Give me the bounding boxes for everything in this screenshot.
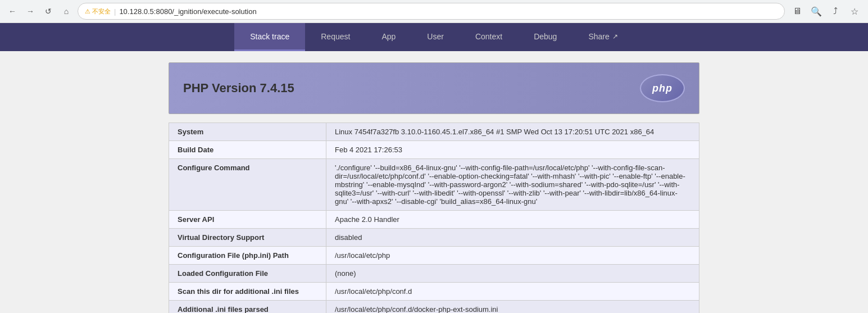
- warning-icon: ⚠: [85, 8, 90, 15]
- tab-request[interactable]: Request: [305, 23, 366, 51]
- table-row: Configuration File (php.ini) Path/usr/lo…: [169, 247, 699, 265]
- row-label: Loaded Configuration File: [169, 265, 326, 283]
- tab-app[interactable]: App: [366, 23, 411, 51]
- cast-button[interactable]: 🖥: [789, 3, 805, 19]
- table-row: Loaded Configuration File(none): [169, 265, 699, 283]
- table-row: Virtual Directory Supportdisabled: [169, 229, 699, 247]
- separator: |: [114, 7, 116, 16]
- row-value: Linux 7454f7a327fb 3.10.0-1160.45.1.el7.…: [326, 123, 699, 141]
- browser-icons: 🖥 🔍 ⤴ ☆: [789, 3, 862, 19]
- php-version-title: PHP Version 7.4.15: [183, 81, 294, 96]
- row-label: Additional .ini files parsed: [169, 301, 326, 314]
- zoom-button[interactable]: 🔍: [808, 3, 824, 19]
- table-row: Additional .ini files parsed/usr/local/e…: [169, 301, 699, 314]
- table-row: Scan this dir for additional .ini files/…: [169, 283, 699, 301]
- browser-toolbar: ← → ↺ ⌂ ⚠ 不安全 | 10.128.0.5:8080/_ignitio…: [0, 0, 868, 22]
- row-value: './configure' '--build=x86_64-linux-gnu'…: [326, 159, 699, 211]
- share-arrow-icon: ↗: [612, 33, 618, 40]
- table-row: Server APIApache 2.0 Handler: [169, 211, 699, 229]
- row-label: Configure Command: [169, 159, 326, 211]
- address-bar[interactable]: ⚠ 不安全 | 10.128.0.5:8080/_ignition/execut…: [78, 3, 785, 20]
- row-value: (none): [326, 265, 699, 283]
- tab-share[interactable]: Share ↗: [572, 23, 633, 51]
- row-value: /usr/local/etc/php/conf.d/docker-php-ext…: [326, 301, 699, 314]
- main-content: PHP Version 7.4.15 php SystemLinux 7454f…: [0, 51, 868, 313]
- row-label: Scan this dir for additional .ini files: [169, 283, 326, 301]
- back-button[interactable]: ←: [6, 4, 19, 18]
- url-display: 10.128.0.5:8080/_ignition/execute-soluti…: [119, 7, 778, 16]
- nav-bar: Stack trace Request App User Context Deb…: [0, 23, 868, 51]
- tab-debug[interactable]: Debug: [518, 23, 572, 51]
- row-value: disabled: [326, 229, 699, 247]
- tab-user[interactable]: User: [411, 23, 460, 51]
- row-label: System: [169, 123, 326, 141]
- row-label: Server API: [169, 211, 326, 229]
- share-button[interactable]: ⤴: [828, 3, 843, 19]
- row-value: /usr/local/etc/php: [326, 247, 699, 265]
- row-label: Build Date: [169, 141, 326, 159]
- browser-chrome: ← → ↺ ⌂ ⚠ 不安全 | 10.128.0.5:8080/_ignitio…: [0, 0, 868, 23]
- table-row: Configure Command'./configure' '--build=…: [169, 159, 699, 211]
- table-row: Build DateFeb 4 2021 17:26:53: [169, 141, 699, 159]
- row-label: Virtual Directory Support: [169, 229, 326, 247]
- row-value: Feb 4 2021 17:26:53: [326, 141, 699, 159]
- row-value: /usr/local/etc/php/conf.d: [326, 283, 699, 301]
- reload-button[interactable]: ↺: [42, 4, 55, 18]
- row-label: Configuration File (php.ini) Path: [169, 247, 326, 265]
- home-button[interactable]: ⌂: [60, 4, 73, 18]
- php-info-table: SystemLinux 7454f7a327fb 3.10.0-1160.45.…: [169, 123, 699, 313]
- security-warning: ⚠ 不安全: [85, 7, 111, 16]
- table-row: SystemLinux 7454f7a327fb 3.10.0-1160.45.…: [169, 123, 699, 141]
- tab-context[interactable]: Context: [460, 23, 518, 51]
- bookmark-button[interactable]: ☆: [847, 3, 862, 19]
- forward-button[interactable]: →: [24, 4, 37, 18]
- php-header: PHP Version 7.4.15 php: [169, 62, 699, 114]
- row-value: Apache 2.0 Handler: [326, 211, 699, 229]
- php-logo: php: [640, 74, 685, 102]
- tab-stack-trace[interactable]: Stack trace: [234, 23, 305, 51]
